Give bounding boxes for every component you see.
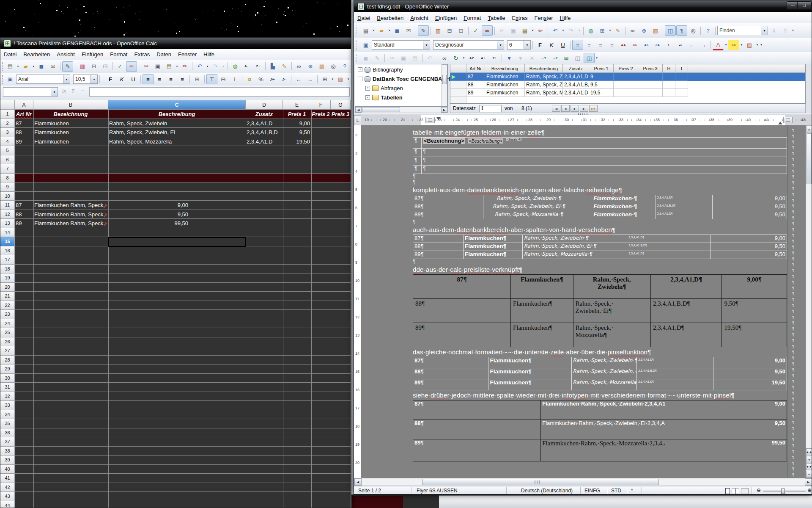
chevron-down-icon[interactable]: ▼ bbox=[524, 41, 530, 49]
redo-icon[interactable]: ↷ bbox=[565, 25, 576, 36]
undo-dropdown[interactable]: ▾ bbox=[206, 65, 209, 68]
calc-titlebar[interactable]: ! Toscana Preisliste GENGENBACH.ods - Op… bbox=[0, 38, 352, 49]
align-center-icon[interactable]: ≡ bbox=[584, 40, 595, 50]
prev-record-button[interactable]: ◀ bbox=[561, 105, 570, 112]
highlight-dropdown[interactable]: ▾ bbox=[740, 43, 743, 47]
doc-table[interactable]: 87¶Rahm,·Speck,·Zwiebeln·¶Flammkuchen·¶2… bbox=[413, 195, 787, 219]
row-header-38[interactable]: 38 bbox=[0, 447, 15, 456]
row-header-3[interactable]: 3 bbox=[0, 128, 15, 137]
row-header-9[interactable]: 9 bbox=[0, 182, 15, 192]
chevron-down-icon[interactable]: ▼ bbox=[761, 26, 768, 35]
sheet-row-40[interactable] bbox=[15, 465, 352, 474]
paste-dropdown[interactable]: ▾ bbox=[175, 65, 179, 68]
drawing-icon[interactable]: ✎ bbox=[279, 61, 290, 72]
menu-datei[interactable]: Datei bbox=[354, 14, 373, 22]
sheet-row-29[interactable] bbox=[15, 364, 352, 374]
grid-cell[interactable]: 87 bbox=[466, 73, 485, 81]
scroll-left-icon[interactable]: ◀ bbox=[354, 478, 362, 486]
row-header-31[interactable]: 31 bbox=[0, 383, 15, 392]
grid-cell[interactable] bbox=[663, 81, 675, 89]
sheet-row-33[interactable] bbox=[15, 401, 352, 410]
document-page[interactable]: tabelle·mit·eingefügten·feldern·in·einer… bbox=[410, 125, 787, 461]
navigator-icon[interactable]: ⊕ bbox=[305, 61, 316, 72]
chevron-down-icon[interactable]: ▼ bbox=[91, 75, 97, 83]
new-document-icon[interactable]: ▤ bbox=[360, 25, 371, 36]
edit-mode-icon[interactable]: ✎ bbox=[418, 25, 429, 36]
align-left-icon[interactable]: ≡ bbox=[143, 74, 154, 84]
row-header-2[interactable]: 2 bbox=[0, 119, 15, 128]
zoom-icon[interactable]: ◎ bbox=[328, 61, 339, 72]
bold-icon[interactable]: F bbox=[535, 40, 546, 50]
row-header-42[interactable]: 42 bbox=[0, 483, 15, 492]
scroll-up-icon[interactable]: ▲ bbox=[806, 126, 812, 133]
font-color-icon[interactable]: A bbox=[713, 39, 724, 50]
sheet-row-42[interactable] bbox=[15, 483, 352, 492]
row-header-40[interactable]: 40 bbox=[0, 465, 15, 474]
calc-menubar[interactable]: DateiBearbeitenAnsichtEinfügenFormatExtr… bbox=[0, 49, 352, 60]
row-header-7[interactable]: 7 bbox=[0, 164, 15, 174]
writer-window[interactable]: test fdhsg.odt - OpenOffice Writer — ❐ D… bbox=[354, 0, 812, 494]
menu-format[interactable]: Format bbox=[107, 50, 131, 59]
help-icon[interactable]: ? bbox=[339, 61, 350, 72]
sheet-row-43[interactable] bbox=[15, 492, 352, 501]
grid-cell[interactable]: 9 bbox=[589, 73, 614, 81]
toolbar-overflow-icon[interactable]: ▾ bbox=[595, 56, 598, 60]
merge-cells-icon[interactable]: ⊞ bbox=[192, 74, 203, 84]
grid-cell[interactable] bbox=[675, 89, 688, 97]
sheet-row-32[interactable] bbox=[15, 392, 352, 401]
sheet-row-23[interactable] bbox=[15, 310, 352, 319]
doc-table[interactable]: 87¶Flammkuchen¶Rahm,·Speck,·Zwiebeln·¶2,… bbox=[413, 235, 787, 259]
writer-menubar[interactable]: DateiBearbeitenAnsichtEinfügenFormatTabe… bbox=[354, 12, 812, 24]
data-sources-icon[interactable]: ◫ bbox=[665, 25, 676, 36]
decrease-indent-icon[interactable]: ← bbox=[686, 40, 697, 50]
new-document-icon[interactable]: ▤ bbox=[5, 61, 16, 72]
row-header-30[interactable]: 30 bbox=[0, 374, 15, 383]
row-header-18[interactable]: 18 bbox=[0, 265, 15, 274]
menu-bearbeiten[interactable]: Bearbeiten bbox=[20, 50, 53, 59]
doc-table[interactable]: 87¶Flammkuchen¶Rahm,·Speck, Zwiebeln¶2,3… bbox=[413, 274, 787, 347]
scroll-down-icon[interactable]: ▼ bbox=[806, 471, 812, 478]
menu-einfügen[interactable]: Einfügen bbox=[78, 50, 107, 59]
grid-row-selector[interactable] bbox=[450, 89, 466, 97]
grid-cell[interactable]: Rahm, Speck, Mo bbox=[525, 89, 563, 97]
find-toolbar-input[interactable]: Finden ▼ bbox=[717, 26, 768, 35]
record-number-input[interactable]: 1 bbox=[479, 105, 502, 112]
find-previous-icon[interactable]: ⇑ bbox=[780, 25, 791, 36]
menu-format[interactable]: Format bbox=[460, 14, 484, 22]
row-header-39[interactable]: 39 bbox=[0, 456, 15, 465]
open-dropdown[interactable]: ▾ bbox=[32, 65, 36, 68]
grid-column-zusatz[interactable]: Zusatz bbox=[563, 64, 589, 73]
document-view[interactable]: tabelle·mit·eingefügten·feldern·in·einer… bbox=[361, 125, 806, 478]
new-dropdown[interactable]: ▾ bbox=[16, 65, 20, 68]
sheet-row-26[interactable] bbox=[15, 337, 352, 347]
grid-corner[interactable] bbox=[450, 64, 466, 73]
grid-column-h[interactable]: H bbox=[663, 64, 675, 73]
row-header-26[interactable]: 26 bbox=[0, 337, 15, 347]
first-record-button[interactable]: |◀ bbox=[552, 105, 560, 112]
grid-cell[interactable]: Rahm, Speck, Zwi bbox=[525, 73, 563, 81]
name-box[interactable]: ▼ bbox=[3, 87, 58, 97]
hyperlink-icon[interactable]: ◍ bbox=[230, 61, 241, 72]
row-header-8[interactable]: 8 bbox=[0, 174, 15, 183]
grid-row-selector[interactable] bbox=[450, 81, 466, 89]
sort-ascending-icon[interactable]: A↓ bbox=[477, 53, 488, 63]
calc-sheet[interactable]: 1234567891011121314151617181920212223242… bbox=[0, 110, 352, 508]
grid-cell[interactable]: 89 bbox=[466, 89, 485, 97]
row-header-28[interactable]: 28 bbox=[0, 356, 15, 365]
data-to-fields-icon[interactable]: →F bbox=[549, 53, 560, 63]
navigator-icon[interactable]: ⊕ bbox=[639, 25, 650, 36]
row-header-22[interactable]: 22 bbox=[0, 301, 15, 310]
sheet-row-14[interactable] bbox=[15, 228, 352, 237]
menu-einfügen[interactable]: Einfügen bbox=[432, 14, 460, 22]
writer-font-name-combo[interactable]: Designosaur ▼ bbox=[433, 40, 504, 50]
background-color-icon[interactable]: ▨ bbox=[335, 74, 346, 84]
column-header-A[interactable]: A bbox=[15, 100, 33, 110]
borders-icon[interactable]: ⊞ bbox=[319, 74, 330, 84]
row-header-24[interactable]: 24 bbox=[0, 319, 15, 329]
cut-icon[interactable]: ✂ bbox=[387, 53, 398, 63]
grid-column-preis-3[interactable]: Preis 3 bbox=[638, 64, 663, 73]
tree-item-datbank-tosc-gengenbach[interactable]: -DatBank Tosc GENGENBACH bbox=[358, 76, 450, 82]
table-icon[interactable]: ⊞ bbox=[597, 25, 608, 36]
sum-icon[interactable]: Σ bbox=[71, 88, 75, 94]
row-header-17[interactable]: 17 bbox=[0, 255, 15, 265]
